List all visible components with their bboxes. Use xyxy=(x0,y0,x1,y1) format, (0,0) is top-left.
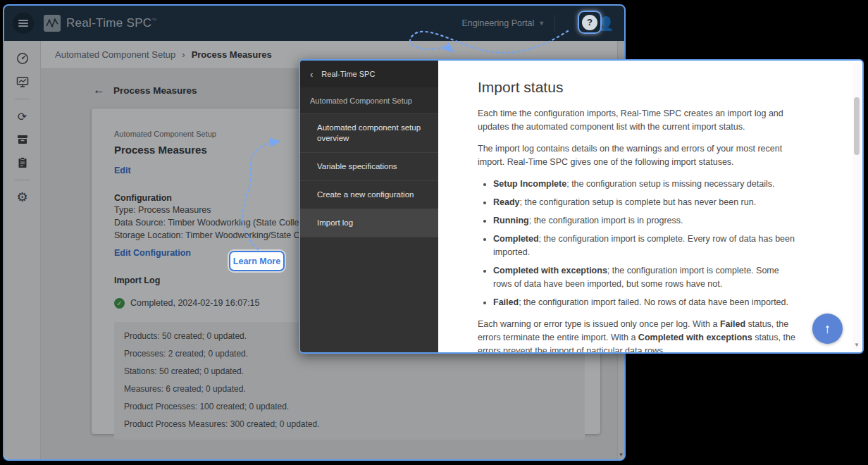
help-panel-content: Import status Each time the configuratio… xyxy=(438,61,862,352)
help-panel: ‹ Real-Time SPC Automated Component Setu… xyxy=(299,59,864,354)
help-sidebar-section: Automated Component Setup xyxy=(300,87,438,114)
help-article-title: Import status xyxy=(478,79,799,96)
help-nav-item-variable-specifications[interactable]: Variable specifications xyxy=(300,153,438,181)
help-scrollbar-thumb[interactable] xyxy=(854,97,860,155)
status-item-running: Running; the configuration import is in … xyxy=(493,214,799,228)
learn-more-button[interactable]: Learn More xyxy=(229,251,285,271)
help-nav-item-overview[interactable]: Automated component setup overview xyxy=(300,114,438,153)
arrow-up-icon: ↑ xyxy=(824,321,831,337)
status-item-completed-with-exceptions: Completed with exceptions; the configura… xyxy=(493,264,799,291)
help-sidebar-back[interactable]: ‹ Real-Time SPC xyxy=(300,61,438,87)
scroll-down-arrow-icon[interactable]: ▼ xyxy=(852,342,861,348)
chevron-left-icon: ‹ xyxy=(310,69,313,80)
status-item-completed: Completed; the configuration import is c… xyxy=(493,232,799,259)
help-nav-item-create-configuration[interactable]: Create a new configuration xyxy=(300,181,438,209)
help-button[interactable]: ? xyxy=(578,11,602,34)
help-paragraph-1: Each time the configuration imports, Rea… xyxy=(478,107,799,134)
help-paragraph-2: The import log contains details on the w… xyxy=(478,142,799,169)
status-item-setup-incomplete: Setup Incomplete; the configuration setu… xyxy=(493,178,799,191)
scroll-to-top-button[interactable]: ↑ xyxy=(812,314,843,344)
help-sidebar-app-name: Real-Time SPC xyxy=(321,70,375,78)
help-question-icon: ? xyxy=(582,15,597,30)
status-item-failed: Failed; the configuration import failed.… xyxy=(493,296,799,309)
help-nav-item-import-log[interactable]: Import log xyxy=(300,209,438,237)
stage: Real-Time SPC™ Engineering Portal ▼ 👤 ⟳ xyxy=(0,0,868,465)
help-paragraph-3: Each warning or error type is issued onl… xyxy=(478,318,799,352)
status-item-ready: Ready; the configuration setup is comple… xyxy=(493,196,799,209)
help-panel-sidebar: ‹ Real-Time SPC Automated Component Setu… xyxy=(300,61,438,352)
status-list: Setup Incomplete; the configuration setu… xyxy=(493,178,799,309)
help-panel-scrollbar[interactable]: ▼ xyxy=(852,63,861,349)
